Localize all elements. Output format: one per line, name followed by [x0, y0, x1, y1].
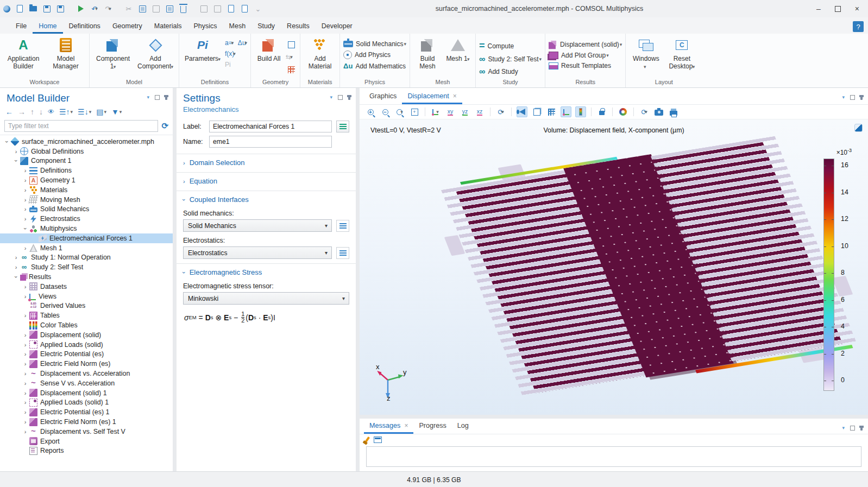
- maximize-button[interactable]: [835, 6, 841, 12]
- insert-sequence-icon[interactable]: [286, 39, 297, 50]
- tree-filter-input[interactable]: [4, 120, 158, 132]
- add-material-button[interactable]: Add Material: [304, 36, 336, 72]
- menu-item-results[interactable]: Results: [281, 19, 316, 34]
- find-icon[interactable]: [227, 4, 235, 13]
- minimize-button[interactable]: –: [816, 4, 821, 13]
- tree-item[interactable]: ›Study 2: Self Test: [0, 262, 173, 272]
- chevron-right-icon[interactable]: ›: [22, 360, 29, 367]
- tree-item[interactable]: ›Displacement vs. Acceleration: [0, 369, 173, 378]
- snapshot-icon[interactable]: [653, 106, 664, 117]
- collapse-all-icon[interactable]: ☰↑▾: [59, 107, 73, 116]
- label-input[interactable]: [209, 121, 332, 132]
- zoom-box-icon[interactable]: ▾: [394, 106, 405, 117]
- rotate-icon[interactable]: ⟳▾: [495, 106, 506, 117]
- messages-tab-messages[interactable]: Messages×: [364, 419, 413, 434]
- section-electromagnetic-stress[interactable]: › Electromagnetic Stress: [177, 263, 356, 277]
- graphics-tab-displacement[interactable]: Displacement×: [402, 88, 462, 104]
- model-manager-button[interactable]: Model Manager: [46, 36, 86, 72]
- close-tab-icon[interactable]: ×: [453, 92, 457, 100]
- chevron-right-icon[interactable]: ›: [22, 187, 29, 193]
- menu-item-home[interactable]: Home: [33, 19, 62, 34]
- forward-icon[interactable]: →: [18, 107, 26, 116]
- tree-item[interactable]: ›Materials: [0, 185, 173, 195]
- add-component-button[interactable]: Add Component ▾: [135, 36, 175, 72]
- filter-icon[interactable]: ▼▾: [111, 107, 122, 116]
- tree-item[interactable]: Export: [0, 437, 173, 446]
- chevron-down-icon[interactable]: ›: [4, 138, 10, 145]
- chevron-down-icon[interactable]: ›: [13, 274, 20, 281]
- chevron-right-icon[interactable]: ›: [12, 148, 20, 155]
- zoom-out-icon[interactable]: −: [380, 106, 391, 117]
- tree-item[interactable]: ›Views: [0, 292, 173, 301]
- undo-icon[interactable]: ↶▾: [90, 4, 99, 13]
- go-to-source-button[interactable]: [336, 247, 349, 259]
- copy-icon[interactable]: [138, 4, 147, 13]
- study2-button[interactable]: ∞Study 2: Self Test▾: [479, 54, 542, 64]
- rename-button[interactable]: [336, 121, 349, 132]
- tree-item[interactable]: ›Solid Mechanics: [0, 205, 173, 214]
- geometry-parts-icon[interactable]: [286, 64, 297, 75]
- add-mathematics-button[interactable]: ΔuAdd Mathematics: [343, 62, 406, 70]
- show-colorbar-icon[interactable]: [575, 106, 586, 117]
- tree-item[interactable]: ›Tables: [0, 311, 173, 320]
- save-as-icon[interactable]: [56, 4, 65, 13]
- parameters-button[interactable]: Pi Parameters ▾: [183, 36, 223, 65]
- chevron-right-icon[interactable]: ›: [22, 245, 29, 251]
- panel-pin-icon[interactable]: [860, 95, 863, 100]
- compute-button[interactable]: =Compute: [479, 40, 542, 52]
- messages-tab-log[interactable]: Log: [452, 419, 474, 434]
- lock-view-icon[interactable]: [596, 106, 607, 117]
- move-down-icon[interactable]: ↓: [39, 107, 43, 116]
- search-report-icon[interactable]: [240, 4, 249, 13]
- chevron-right-icon[interactable]: ›: [22, 177, 29, 184]
- chevron-down-icon[interactable]: ›: [13, 157, 20, 165]
- panel-menu-icon[interactable]: ▾: [842, 425, 845, 431]
- tree-item[interactable]: ›Displacement (solid): [0, 330, 173, 340]
- qat-customize-icon[interactable]: ⌄: [254, 4, 262, 13]
- section-domain-selection[interactable]: › Domain Selection: [177, 154, 356, 168]
- menu-item-materials[interactable]: Materials: [148, 19, 188, 34]
- plot-group-select[interactable]: Displacement (solid)▾: [549, 40, 622, 49]
- solid-mechanics-select[interactable]: Solid Mechanics: [183, 219, 332, 232]
- component1-button[interactable]: Component 1 ▾: [93, 36, 133, 72]
- tree-item[interactable]: ›Global Definitions: [0, 147, 173, 156]
- expand-all-icon[interactable]: ☰↓▾: [78, 107, 91, 116]
- show-icon[interactable]: 👁: [48, 108, 54, 116]
- section-coupled-interfaces[interactable]: › Coupled Interfaces: [177, 191, 356, 205]
- chevron-right-icon[interactable]: ›: [12, 264, 20, 270]
- panel-float-icon[interactable]: [850, 95, 855, 100]
- scene-light-icon[interactable]: ▾: [618, 106, 628, 117]
- application-builder-button[interactable]: A Application Builder: [3, 36, 43, 72]
- duplicate-icon[interactable]: [165, 4, 174, 13]
- chevron-right-icon[interactable]: ›: [22, 332, 29, 338]
- tree-item[interactable]: ›Component 1: [0, 156, 173, 166]
- zoom-extents-icon[interactable]: +: [409, 106, 420, 117]
- tree-item[interactable]: ›Study 1: Normal Operation: [0, 253, 173, 263]
- tree-item[interactable]: ›Electric Field Norm (es): [0, 359, 173, 369]
- name-input[interactable]: [209, 136, 332, 148]
- result-templates-button[interactable]: Result Templates: [549, 62, 622, 69]
- menu-item-study[interactable]: Study: [251, 19, 281, 34]
- tree-item[interactable]: ›Displacement (solid) 1: [0, 388, 173, 398]
- tensor-select[interactable]: Minkowski: [183, 292, 349, 305]
- electrostatics-select[interactable]: Electrostatics: [183, 246, 332, 259]
- nonlocal-couplings-button[interactable]: Δu▾: [238, 39, 247, 47]
- build-all-button[interactable]: Build All: [254, 36, 284, 64]
- view-xz-icon[interactable]: xz: [474, 106, 485, 117]
- tree-item[interactable]: ›Moving Mesh: [0, 195, 173, 205]
- tree-item[interactable]: ›Applied Loads (solid) 1: [0, 398, 173, 408]
- clear-messages-icon[interactable]: [364, 437, 370, 443]
- menu-item-file[interactable]: File: [10, 19, 33, 34]
- go-to-source-button[interactable]: [336, 220, 349, 232]
- view-yz-icon[interactable]: yz: [460, 106, 470, 117]
- chevron-right-icon[interactable]: ›: [22, 409, 29, 415]
- menu-item-developer[interactable]: Developer: [316, 19, 358, 34]
- chevron-right-icon[interactable]: ›: [22, 167, 29, 174]
- close-tab-icon[interactable]: ×: [404, 422, 408, 429]
- zoom-in-icon[interactable]: +: [365, 106, 376, 117]
- tree-item[interactable]: ›Electric Field Norm (es) 1: [0, 417, 173, 427]
- chevron-right-icon[interactable]: ›: [22, 370, 29, 377]
- back-icon[interactable]: ←: [5, 107, 13, 116]
- tree-item[interactable]: ›Electric Potential (es) 1: [0, 407, 173, 417]
- graphics-canvas[interactable]: VtestL=0 V, VtestR=2 V Volume: Displacem…: [360, 119, 868, 415]
